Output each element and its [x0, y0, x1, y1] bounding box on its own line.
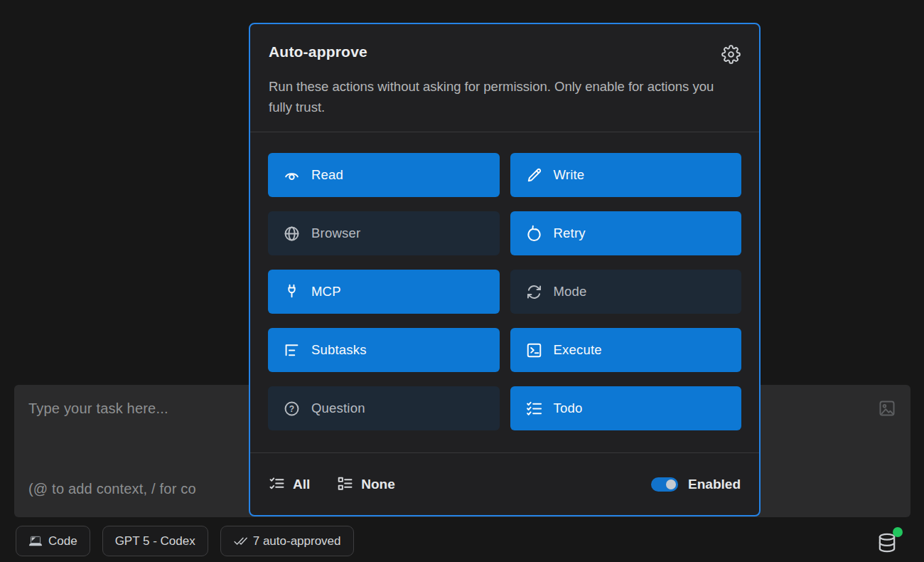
auto-approve-header: Auto-approve Run these actions without a… — [250, 24, 759, 132]
auto-approved-chip-label: 7 auto-approved — [253, 534, 341, 548]
globe-icon — [283, 225, 301, 243]
empty-list-icon — [337, 476, 353, 492]
action-button-label: Browser — [311, 226, 360, 241]
action-button-label: Execute — [554, 342, 602, 358]
select-none-label: None — [361, 477, 395, 492]
retry-icon — [525, 225, 543, 243]
model-chip[interactable]: GPT 5 - Codex — [102, 526, 208, 556]
pencil-icon — [525, 166, 543, 184]
action-button-label: MCP — [311, 284, 341, 299]
svg-text:?: ? — [289, 404, 295, 414]
laptop-icon — [28, 534, 43, 548]
database-button[interactable] — [876, 529, 900, 554]
action-button-label: Todo — [554, 401, 583, 416]
action-button-label: Subtasks — [311, 342, 367, 358]
online-status-dot — [893, 527, 903, 537]
enabled-toggle[interactable] — [651, 477, 678, 492]
model-chip-label: GPT 5 - Codex — [115, 534, 195, 548]
list-tree-icon — [283, 341, 301, 359]
auto-approve-footer: All None Enabled — [250, 453, 759, 515]
mode-chip-code[interactable]: Code — [16, 526, 90, 556]
question-icon: ? — [283, 400, 301, 418]
task-input-placeholder: Type your task here... — [28, 401, 168, 417]
auto-approve-title: Auto-approve — [269, 43, 367, 60]
action-button-mode[interactable]: Mode — [510, 270, 742, 314]
enabled-toggle-label: Enabled — [688, 477, 741, 492]
action-button-retry[interactable]: Retry — [510, 211, 742, 255]
auto-approved-chip[interactable]: 7 auto-approved — [220, 526, 354, 556]
image-icon[interactable] — [878, 399, 896, 418]
select-all-button[interactable]: All — [269, 476, 310, 492]
gear-icon[interactable] — [721, 45, 741, 64]
auto-approve-modal: Auto-approve Run these actions without a… — [249, 23, 761, 516]
plug-icon — [283, 283, 301, 301]
select-none-button[interactable]: None — [337, 476, 395, 492]
sync-icon — [525, 283, 543, 301]
mode-chip-label: Code — [48, 534, 77, 548]
action-button-label: Mode — [554, 284, 587, 299]
checklist-icon — [525, 400, 543, 418]
toggle-knob — [666, 479, 676, 489]
action-button-write[interactable]: Write — [510, 153, 742, 197]
auto-approve-actions-grid: ReadWriteBrowserRetryMCPModeSubtasksExec… — [250, 132, 759, 452]
action-button-label: Read — [311, 167, 343, 183]
action-button-browser[interactable]: Browser — [268, 211, 500, 255]
select-all-label: All — [293, 477, 310, 492]
terminal-icon — [525, 341, 543, 359]
action-button-label: Question — [311, 401, 365, 416]
action-button-read[interactable]: Read — [268, 153, 500, 197]
status-chips: Code GPT 5 - Codex 7 auto-approved — [16, 526, 354, 556]
task-input-hint: (@ to add context, / for co — [28, 481, 196, 497]
check-list-icon — [269, 476, 285, 492]
action-button-label: Write — [554, 167, 585, 183]
action-button-mcp[interactable]: MCP — [268, 270, 500, 314]
action-button-label: Retry — [554, 226, 586, 241]
action-button-todo[interactable]: Todo — [510, 386, 742, 430]
eye-icon — [283, 166, 301, 184]
action-button-question[interactable]: ?Question — [268, 386, 500, 430]
action-button-subtasks[interactable]: Subtasks — [268, 328, 500, 372]
action-button-execute[interactable]: Execute — [510, 328, 742, 372]
auto-approve-description: Run these actions without asking for per… — [269, 76, 741, 132]
status-bar: Code GPT 5 - Codex 7 auto-approved — [0, 522, 924, 562]
double-check-icon — [233, 534, 247, 548]
